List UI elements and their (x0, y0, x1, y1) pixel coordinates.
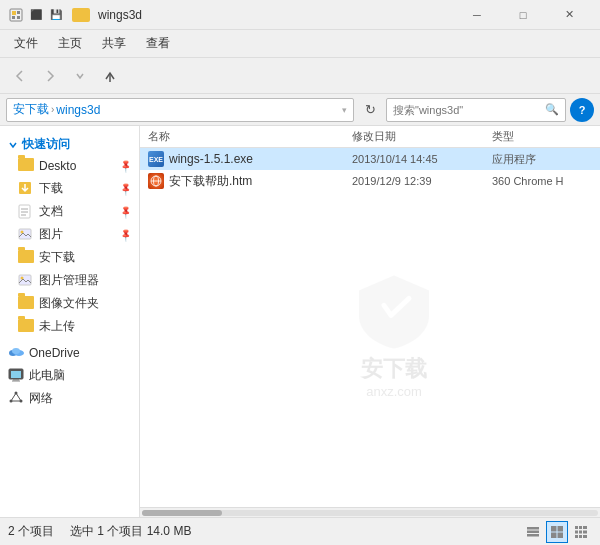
picture-icon (18, 227, 34, 243)
window-controls: ─ □ ✕ (454, 0, 592, 30)
menu-home[interactable]: 主页 (48, 31, 92, 56)
sidebar-item-anxiazai[interactable]: 安下载 (0, 246, 139, 269)
title-bar: ⬛ 💾 wings3d ─ □ ✕ (0, 0, 600, 30)
col-type-header[interactable]: 类型 (492, 129, 592, 144)
file-list: EXE wings-1.5.1.exe 2013/10/14 14:45 应用程… (140, 148, 600, 507)
address-bar: 安下载 › wings3d ▾ ↻ 🔍 ? (0, 94, 600, 126)
status-bar: 2 个项目 选中 1 个项目 14.0 MB (0, 517, 600, 545)
svg-rect-11 (19, 229, 31, 239)
folder-anxiazai-icon (18, 250, 34, 266)
view-list-button[interactable] (546, 521, 568, 543)
sidebar-item-img-folder[interactable]: 图像文件夹 (0, 292, 139, 315)
folder-title-icon (72, 8, 90, 22)
breadcrumb-nav[interactable]: 安下载 › wings3d ▾ (6, 98, 354, 122)
sidebar-label-onedrive: OneDrive (29, 346, 131, 360)
svg-rect-38 (575, 526, 578, 529)
breadcrumb-downloads[interactable]: 安下载 (13, 101, 49, 118)
svg-rect-32 (527, 530, 539, 533)
horizontal-scrollbar[interactable] (140, 507, 600, 517)
forward-button[interactable] (36, 62, 64, 90)
svg-line-25 (11, 393, 16, 401)
view-detail-button[interactable] (522, 521, 544, 543)
maximize-button[interactable]: □ (500, 0, 546, 30)
recent-button[interactable] (66, 62, 94, 90)
breadcrumb-chevron[interactable]: ▾ (342, 105, 347, 115)
sidebar-label-desktop: Deskto (39, 159, 115, 173)
refresh-button[interactable]: ↻ (358, 98, 382, 122)
pin-icon-downloads: 📌 (118, 181, 133, 196)
network-icon (8, 391, 24, 407)
search-input[interactable] (393, 104, 541, 116)
save-icon: 💾 (48, 7, 64, 23)
file-date-htm: 2019/12/9 12:39 (352, 175, 492, 187)
col-name-header[interactable]: 名称 (148, 129, 352, 144)
h-scroll-thumb[interactable] (142, 510, 222, 516)
window-title: wings3d (94, 8, 454, 22)
svg-rect-44 (575, 535, 578, 538)
svg-point-17 (12, 348, 20, 354)
computer-icon (8, 368, 24, 384)
svg-rect-3 (12, 16, 15, 19)
svg-rect-21 (12, 380, 20, 381)
help-button[interactable]: ? (570, 98, 594, 122)
sidebar-item-computer[interactable]: 此电脑 (0, 364, 139, 387)
sidebar-label-img-folder: 图像文件夹 (39, 295, 131, 312)
sidebar-item-img-manager[interactable]: 图片管理器 (0, 269, 139, 292)
file-row-htm[interactable]: 安下载帮助.htm 2019/12/9 12:39 360 Chrome H (140, 170, 600, 192)
svg-rect-40 (583, 526, 587, 529)
sidebar-item-downloads[interactable]: 下载 📌 (0, 177, 139, 200)
download-icon (18, 181, 34, 197)
svg-rect-19 (11, 371, 21, 378)
search-box: 🔍 (386, 98, 566, 122)
file-name-htm: 安下载帮助.htm (169, 173, 352, 190)
svg-rect-39 (579, 526, 582, 529)
svg-rect-46 (583, 535, 587, 538)
close-button[interactable]: ✕ (546, 0, 592, 30)
menu-view[interactable]: 查看 (136, 31, 180, 56)
sidebar-item-desktop[interactable]: Deskto 📌 (0, 155, 139, 177)
back-button[interactable] (6, 62, 34, 90)
svg-rect-33 (527, 534, 539, 537)
file-date-exe: 2013/10/14 14:45 (352, 153, 492, 165)
breadcrumb-sep: › (51, 104, 54, 115)
svg-rect-42 (579, 530, 582, 533)
svg-rect-34 (551, 526, 557, 532)
quick-access-header[interactable]: 快速访问 (0, 130, 139, 155)
exe-file-icon: EXE (148, 151, 164, 167)
sidebar-label-pictures: 图片 (39, 226, 115, 243)
file-row-exe[interactable]: EXE wings-1.5.1.exe 2013/10/14 14:45 应用程… (140, 148, 600, 170)
svg-rect-31 (527, 527, 539, 530)
sidebar-item-pictures[interactable]: 图片 📌 (0, 223, 139, 246)
breadcrumb-folder[interactable]: wings3d (56, 103, 100, 117)
svg-rect-35 (558, 526, 564, 532)
sidebar-item-not-uploaded[interactable]: 未上传 (0, 315, 139, 338)
sidebar: 快速访问 Deskto 📌 下载 📌 文档 📌 (0, 126, 140, 517)
h-scroll-track[interactable] (142, 510, 598, 516)
sidebar-item-onedrive[interactable]: OneDrive (0, 342, 139, 364)
svg-rect-20 (13, 379, 19, 381)
img-folder-icon (18, 296, 34, 312)
svg-rect-13 (19, 275, 31, 285)
quick-access-icon: ⬛ (28, 7, 44, 23)
svg-rect-2 (17, 11, 20, 14)
view-tile-button[interactable] (570, 521, 592, 543)
sidebar-label-network: 网络 (29, 390, 131, 407)
not-uploaded-icon (18, 319, 34, 335)
sidebar-label-anxiazai: 安下载 (39, 249, 131, 266)
minimize-button[interactable]: ─ (454, 0, 500, 30)
sidebar-item-network[interactable]: 网络 (0, 387, 139, 410)
menu-file[interactable]: 文件 (4, 31, 48, 56)
sidebar-item-docs[interactable]: 文档 📌 (0, 200, 139, 223)
file-type-htm: 360 Chrome H (492, 175, 592, 187)
sidebar-label-downloads: 下载 (39, 180, 115, 197)
svg-rect-41 (575, 530, 578, 533)
file-list-header: 名称 修改日期 类型 (140, 126, 600, 148)
col-date-header[interactable]: 修改日期 (352, 129, 492, 144)
up-button[interactable] (96, 62, 124, 90)
menu-share[interactable]: 共享 (92, 31, 136, 56)
svg-line-26 (16, 393, 21, 401)
toolbar (0, 58, 600, 94)
svg-rect-45 (579, 535, 582, 538)
file-type-exe: 应用程序 (492, 152, 592, 167)
selected-info: 选中 1 个项目 14.0 MB (70, 523, 191, 540)
